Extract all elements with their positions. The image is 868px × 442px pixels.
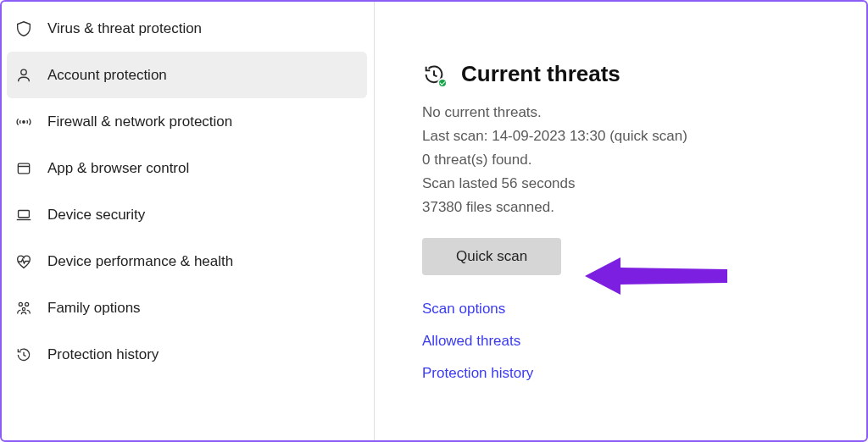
status-line-no-threats: No current threats. [422,101,866,124]
main-content: Current threats No current threats. Last… [375,2,866,440]
sidebar-item-label: Device security [47,207,145,224]
svg-point-8 [22,307,25,310]
history-icon [14,345,34,365]
sidebar-item-device-security[interactable]: Device security [7,191,367,238]
family-icon [14,298,34,318]
allowed-threats-link[interactable]: Allowed threats [422,333,866,350]
svg-rect-2 [18,163,29,174]
sidebar-item-device-performance[interactable]: Device performance & health [7,238,367,285]
status-line-count: 0 threat(s) found. [422,148,866,172]
section-heading: Current threats [461,61,620,87]
sidebar-item-protection-history[interactable]: Protection history [7,331,367,378]
svg-point-1 [23,120,25,122]
sidebar-item-label: Device performance & health [47,253,233,270]
sidebar-item-label: Account protection [47,67,167,84]
sidebar-item-label: Family options [47,300,141,317]
svg-point-7 [25,302,29,306]
sidebar-item-label: Virus & threat protection [47,20,202,37]
sidebar-item-family-options[interactable]: Family options [7,285,367,331]
section-heading-row: Current threats [422,61,866,87]
broadcast-icon [14,112,34,132]
sidebar-item-label: Protection history [47,346,159,363]
sidebar-item-label: App & browser control [47,160,189,177]
sidebar-item-virus-threat[interactable]: Virus & threat protection [7,5,367,52]
check-badge-icon [437,78,448,88]
status-line-last-scan: Last scan: 14-09-2023 13:30 (quick scan) [422,124,866,148]
shield-icon [14,19,34,39]
window-icon [14,158,34,179]
scan-options-link[interactable]: Scan options [422,301,866,318]
sidebar: Virus & threat protection Account protec… [2,2,375,440]
protection-history-link[interactable]: Protection history [422,365,866,382]
link-list: Scan options Allowed threats Protection … [422,301,866,382]
history-ok-icon [422,63,446,86]
quick-scan-button[interactable]: Quick scan [422,238,561,275]
laptop-icon [14,205,34,225]
sidebar-item-app-browser[interactable]: App & browser control [7,145,367,191]
status-line-files: 37380 files scanned. [422,196,866,219]
sidebar-item-firewall[interactable]: Firewall & network protection [7,98,367,145]
svg-rect-4 [19,210,30,217]
status-line-duration: Scan lasted 56 seconds [422,172,866,196]
svg-point-6 [19,302,22,306]
sidebar-item-account-protection[interactable]: Account protection [7,52,367,98]
threat-status-block: No current threats. Last scan: 14-09-202… [422,101,866,219]
heart-pulse-icon [14,251,34,272]
sidebar-item-label: Firewall & network protection [47,113,232,130]
person-icon [14,65,34,86]
svg-point-0 [21,69,26,75]
